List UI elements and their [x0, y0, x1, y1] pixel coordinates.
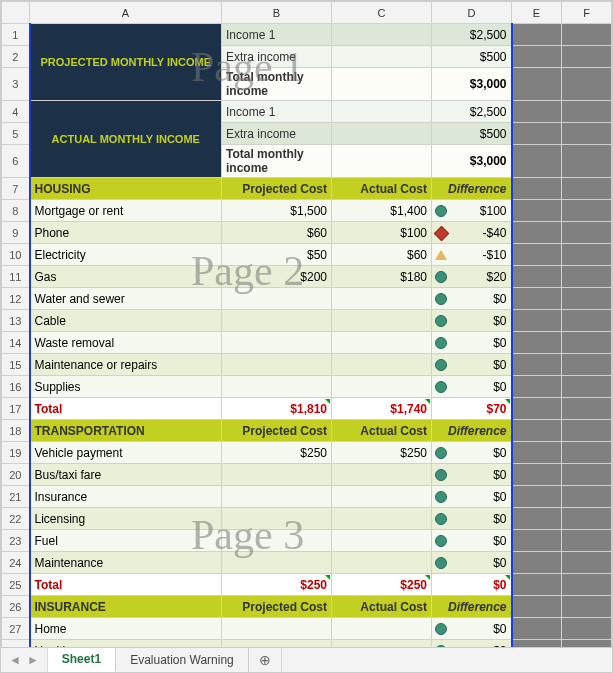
row-difference[interactable]: $0 — [432, 442, 512, 464]
col-header-e[interactable]: E — [512, 2, 562, 24]
row-difference[interactable]: $0 — [432, 530, 512, 552]
cell-e[interactable] — [512, 266, 562, 288]
row-header-5[interactable]: 5 — [2, 123, 30, 145]
cell[interactable] — [332, 101, 432, 123]
row-actual[interactable]: $180 — [332, 266, 432, 288]
row-actual[interactable] — [332, 640, 432, 648]
cell[interactable] — [332, 24, 432, 46]
row-header-11[interactable]: 11 — [2, 266, 30, 288]
cell-e[interactable] — [512, 442, 562, 464]
cell-f[interactable] — [562, 596, 612, 618]
cell-e[interactable] — [512, 310, 562, 332]
row-header-1[interactable]: 1 — [2, 24, 30, 46]
cell[interactable] — [332, 46, 432, 68]
section-total-label[interactable]: Total — [30, 574, 222, 596]
row-actual[interactable]: $60 — [332, 244, 432, 266]
row-header-24[interactable]: 24 — [2, 552, 30, 574]
row-actual[interactable] — [332, 552, 432, 574]
row-header-25[interactable]: 25 — [2, 574, 30, 596]
row-label[interactable]: Phone — [30, 222, 222, 244]
cell-f[interactable] — [562, 68, 612, 101]
income-label[interactable]: Total monthly income — [222, 68, 332, 101]
section-total-projected[interactable]: $250 — [222, 574, 332, 596]
row-label[interactable]: Bus/taxi fare — [30, 464, 222, 486]
header-actual[interactable]: Actual Cost — [332, 596, 432, 618]
row-projected[interactable] — [222, 464, 332, 486]
cell-e[interactable] — [512, 145, 562, 178]
row-header-3[interactable]: 3 — [2, 68, 30, 101]
row-difference[interactable]: $0 — [432, 508, 512, 530]
row-label[interactable]: Mortgage or rent — [30, 200, 222, 222]
row-actual[interactable] — [332, 618, 432, 640]
row-actual[interactable]: $250 — [332, 442, 432, 464]
cell-f[interactable] — [562, 244, 612, 266]
section-total-label[interactable]: Total — [30, 398, 222, 420]
row-label[interactable]: Insurance — [30, 486, 222, 508]
row-difference[interactable]: $0 — [432, 376, 512, 398]
cell-f[interactable] — [562, 486, 612, 508]
row-header-21[interactable]: 21 — [2, 486, 30, 508]
cell-f[interactable] — [562, 640, 612, 648]
header-projected[interactable]: Projected Cost — [222, 420, 332, 442]
income-value[interactable]: $500 — [432, 123, 512, 145]
row-difference[interactable]: -$10 — [432, 244, 512, 266]
row-projected[interactable] — [222, 552, 332, 574]
section-total-actual[interactable]: $1,740 — [332, 398, 432, 420]
section-total-difference[interactable]: $70 — [432, 398, 512, 420]
row-projected[interactable] — [222, 618, 332, 640]
income-band-label[interactable]: ACTUAL MONTHLY INCOME — [30, 101, 222, 178]
row-label[interactable]: Maintenance — [30, 552, 222, 574]
cell-e[interactable] — [512, 222, 562, 244]
income-value[interactable]: $3,000 — [432, 68, 512, 101]
row-difference[interactable]: $0 — [432, 464, 512, 486]
row-projected[interactable] — [222, 332, 332, 354]
row-header-17[interactable]: 17 — [2, 398, 30, 420]
income-value[interactable]: $2,500 — [432, 24, 512, 46]
cell-e[interactable] — [512, 123, 562, 145]
cell-f[interactable] — [562, 464, 612, 486]
cell-f[interactable] — [562, 178, 612, 200]
cell-f[interactable] — [562, 530, 612, 552]
row-header-16[interactable]: 16 — [2, 376, 30, 398]
header-actual[interactable]: Actual Cost — [332, 178, 432, 200]
cell-f[interactable] — [562, 200, 612, 222]
cell-e[interactable] — [512, 618, 562, 640]
row-difference[interactable]: $0 — [432, 310, 512, 332]
row-projected[interactable]: $250 — [222, 442, 332, 464]
cell-e[interactable] — [512, 46, 562, 68]
row-label[interactable]: Home — [30, 618, 222, 640]
header-difference[interactable]: Difference — [432, 596, 512, 618]
tab-sheet1[interactable]: Sheet1 — [48, 648, 116, 672]
income-band-label[interactable]: PROJECTED MONTHLY INCOME — [30, 24, 222, 101]
row-difference[interactable]: $0 — [432, 552, 512, 574]
row-projected[interactable]: $1,500 — [222, 200, 332, 222]
row-header-9[interactable]: 9 — [2, 222, 30, 244]
cell-f[interactable] — [562, 266, 612, 288]
row-label[interactable]: Maintenance or repairs — [30, 354, 222, 376]
row-actual[interactable] — [332, 464, 432, 486]
row-header-15[interactable]: 15 — [2, 354, 30, 376]
cell-e[interactable] — [512, 552, 562, 574]
cell[interactable] — [332, 123, 432, 145]
section-total-projected[interactable]: $1,810 — [222, 398, 332, 420]
row-header-2[interactable]: 2 — [2, 46, 30, 68]
row-actual[interactable] — [332, 530, 432, 552]
row-projected[interactable] — [222, 508, 332, 530]
col-header-c[interactable]: C — [332, 2, 432, 24]
cell-f[interactable] — [562, 24, 612, 46]
select-all-corner[interactable] — [2, 2, 30, 24]
income-label[interactable]: Total monthly income — [222, 145, 332, 178]
row-projected[interactable] — [222, 310, 332, 332]
cell-e[interactable] — [512, 244, 562, 266]
cell[interactable] — [332, 68, 432, 101]
row-label[interactable]: Licensing — [30, 508, 222, 530]
row-projected[interactable]: $200 — [222, 266, 332, 288]
cell-f[interactable] — [562, 508, 612, 530]
row-actual[interactable] — [332, 486, 432, 508]
row-header-13[interactable]: 13 — [2, 310, 30, 332]
cell-e[interactable] — [512, 464, 562, 486]
income-label[interactable]: Income 1 — [222, 101, 332, 123]
row-header-10[interactable]: 10 — [2, 244, 30, 266]
row-label[interactable]: Vehicle payment — [30, 442, 222, 464]
income-value[interactable]: $2,500 — [432, 101, 512, 123]
